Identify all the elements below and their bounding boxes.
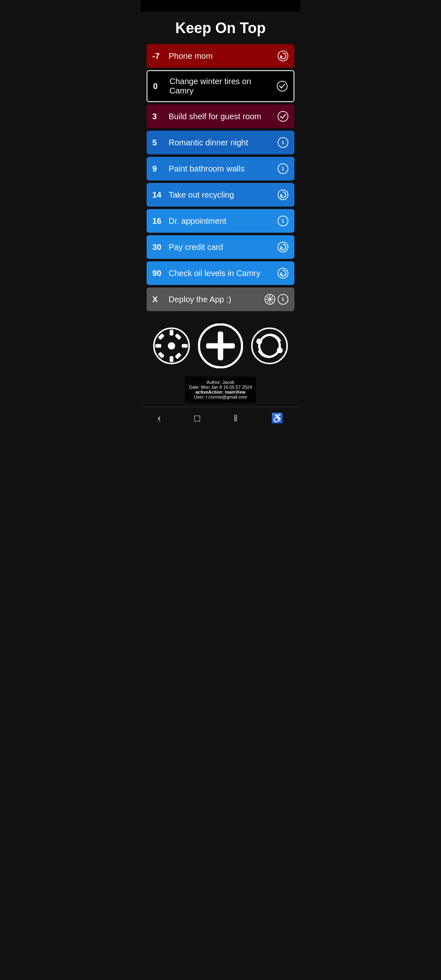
task-item-deploy-app[interactable]: X Deploy the App :) 1 (147, 287, 294, 311)
svg-marker-15 (281, 272, 283, 275)
task-item-check-oil[interactable]: 90 Check oil levels in Camry (147, 261, 294, 285)
task-item-pay-credit[interactable]: 30 Pay credit card (147, 235, 294, 259)
svg-marker-13 (281, 246, 283, 249)
task-number-change-tires: 0 (153, 82, 169, 91)
task-list: -7 Phone mom 0 Change winter tires on Ca… (141, 44, 300, 311)
task-item-recycling[interactable]: 14 Take out recycling (147, 183, 294, 207)
task-label-recycling: Take out recycling (169, 190, 274, 200)
nav-bar: ‹ □ ⦀ ♿ (141, 407, 300, 429)
add-button[interactable] (198, 323, 243, 368)
task-icon-paint-bathroom: 1 (277, 163, 289, 174)
task-number-pay-credit: 30 (152, 243, 169, 252)
task-item-paint-bathroom[interactable]: 9 Paint bathroom walls 1 (147, 157, 294, 180)
task-label-phone-mom: Phone mom (169, 51, 274, 61)
task-icon-deploy-app: 1 (264, 294, 289, 305)
svg-rect-30 (170, 330, 174, 335)
nav-home[interactable]: □ (194, 412, 200, 424)
debug-action: activeAction: mainView (189, 390, 252, 394)
svg-rect-31 (170, 356, 174, 362)
svg-text:1: 1 (282, 140, 284, 145)
svg-rect-40 (206, 343, 235, 348)
debug-user: User: r.cormie@gmail.com (189, 394, 252, 399)
svg-rect-32 (155, 344, 161, 348)
task-item-phone-mom[interactable]: -7 Phone mom (147, 44, 294, 68)
svg-line-23 (272, 301, 273, 302)
task-number-build-shelf: 3 (152, 112, 169, 121)
svg-text:1: 1 (282, 166, 284, 171)
task-number-paint-bathroom: 9 (152, 164, 169, 174)
debug-author: Author: Jacob (189, 380, 252, 385)
task-label-check-oil: Check oil levels in Camry (169, 269, 274, 278)
task-number-romantic-dinner: 5 (152, 138, 169, 147)
bottom-controls (141, 311, 300, 376)
svg-point-14 (278, 268, 288, 278)
svg-point-41 (252, 328, 287, 363)
task-icon-romantic-dinner: 1 (277, 137, 289, 148)
svg-point-12 (278, 242, 288, 252)
task-icon-phone-mom (277, 50, 289, 62)
task-label-deploy-app: Deploy the App :) (169, 295, 261, 304)
svg-point-29 (168, 342, 175, 350)
task-item-change-tires[interactable]: 0 Change winter tires on Camry (147, 70, 294, 102)
svg-point-0 (278, 51, 288, 61)
svg-line-22 (267, 296, 268, 298)
task-number-dr-appointment: 16 (152, 216, 169, 226)
svg-point-43 (277, 347, 283, 353)
nav-accessibility[interactable]: ♿ (271, 412, 283, 424)
svg-rect-35 (175, 352, 182, 359)
svg-point-2 (277, 81, 287, 91)
task-label-pay-credit: Pay credit card (169, 243, 274, 252)
task-icon-change-tires (276, 80, 288, 92)
svg-point-17 (269, 298, 272, 301)
task-number-check-oil: 90 (152, 269, 169, 278)
task-item-build-shelf[interactable]: 3 Build shelf for guest room (147, 105, 294, 128)
svg-marker-1 (281, 55, 283, 58)
debug-info: Author: Jacob Date: Mon Jan 8 16:05:57 2… (185, 376, 256, 403)
svg-rect-37 (175, 333, 182, 340)
task-label-romantic-dinner: Romantic dinner night (169, 138, 274, 147)
task-icon-dr-appointment: 1 (277, 215, 289, 227)
svg-text:1: 1 (282, 297, 284, 302)
app-title: Keep On Top (141, 11, 300, 44)
task-item-romantic-dinner[interactable]: 5 Romantic dinner night 1 (147, 131, 294, 154)
task-item-dr-appointment[interactable]: 16 Dr. appointment 1 (147, 209, 294, 233)
debug-date: Date: Mon Jan 8 16:05:57 2024 (189, 385, 252, 390)
task-label-paint-bathroom: Paint bathroom walls (169, 164, 274, 174)
svg-line-25 (267, 301, 268, 302)
task-icon-pay-credit (277, 241, 289, 253)
task-icon-check-oil (277, 267, 289, 279)
nav-back[interactable]: ‹ (158, 412, 161, 424)
status-bar (141, 0, 300, 11)
settings-button[interactable] (153, 327, 190, 364)
svg-point-3 (278, 111, 288, 122)
task-number-phone-mom: -7 (152, 51, 169, 61)
task-number-recycling: 14 (152, 190, 169, 200)
task-icon-recycling (277, 189, 289, 200)
svg-text:1: 1 (282, 218, 284, 223)
svg-marker-9 (281, 194, 283, 196)
svg-rect-33 (182, 344, 187, 348)
nav-recents[interactable]: ⦀ (234, 412, 238, 424)
task-label-change-tires: Change winter tires on Camry (169, 77, 273, 96)
sync-button[interactable] (251, 327, 288, 364)
svg-point-8 (278, 190, 288, 200)
task-label-dr-appointment: Dr. appointment (169, 216, 274, 226)
svg-line-24 (272, 296, 273, 298)
task-icon-build-shelf (277, 111, 289, 122)
task-number-deploy-app: X (152, 295, 169, 304)
task-label-build-shelf: Build shelf for guest room (169, 112, 274, 121)
